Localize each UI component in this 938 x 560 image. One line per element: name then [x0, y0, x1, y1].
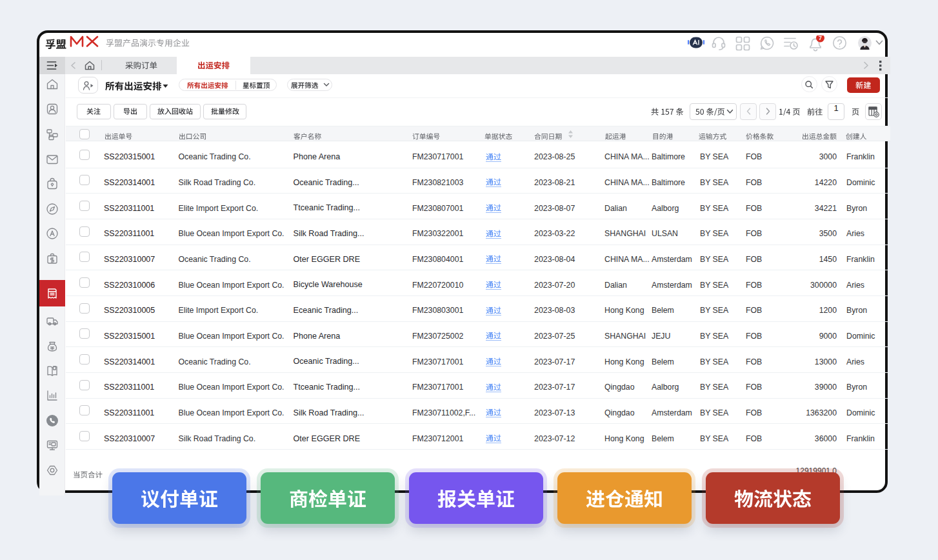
svg-text:7: 7 [819, 35, 822, 41]
